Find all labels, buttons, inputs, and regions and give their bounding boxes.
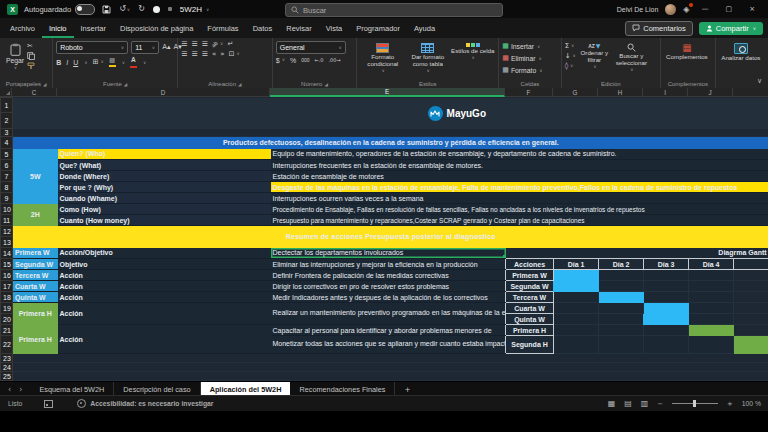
gantt-bar-dia4[interactable]: [689, 325, 734, 336]
zoom-slider[interactable]: [672, 403, 718, 404]
row-header-6[interactable]: 6: [1, 160, 13, 171]
cell-accion-18[interactable]: Acción: [58, 292, 271, 303]
cell-e19[interactable]: Realizar un mantenimiento preventivo pro…: [271, 303, 506, 325]
bold-button[interactable]: B: [56, 59, 61, 66]
row-header-25[interactable]: 25: [1, 372, 13, 381]
cell-accion-h2[interactable]: Acción: [58, 325, 271, 354]
decrease-indent-button[interactable]: «: [212, 51, 216, 58]
decrease-decimal-button[interactable]: ←.0: [315, 58, 324, 63]
empty-row-3[interactable]: [13, 129, 768, 137]
row-header-17[interactable]: 17: [1, 281, 13, 292]
align-right-icon[interactable]: ☰: [202, 51, 208, 58]
gantt-cell[interactable]: [599, 270, 644, 281]
font-name-combo[interactable]: Roboto∨: [56, 41, 128, 54]
row-header-24[interactable]: 24: [1, 363, 13, 372]
sheet-tab-aplicacion[interactable]: Aplicación del 5W2H: [201, 382, 291, 396]
row-header-21[interactable]: 21: [1, 325, 13, 336]
gantt-cell[interactable]: [644, 325, 689, 336]
gantt-cell[interactable]: [554, 325, 599, 336]
align-middle-icon[interactable]: ☰: [191, 41, 197, 48]
cell-porque-answer[interactable]: Desgaste de las máquinas en la estación …: [271, 182, 768, 193]
sort-filter-button[interactable]: AZ▼ Ordenar y filtrar ∨: [576, 41, 613, 70]
gantt-bar-dia3[interactable]: [644, 303, 689, 325]
cell-e22[interactable]: Monetizar todas las acciones que se apli…: [271, 336, 506, 354]
gantt-header-acciones[interactable]: Acciones: [506, 259, 554, 270]
underline-caret-icon[interactable]: ∨: [84, 60, 87, 65]
tab-programador[interactable]: Programador: [349, 18, 407, 38]
close-button[interactable]: ×: [744, 5, 760, 13]
row-header-14[interactable]: 14: [1, 248, 13, 259]
cell-donde-answer[interactable]: Estación de ensamblaje de motores: [271, 171, 768, 182]
cell-cuando[interactable]: Cuando (Whame): [58, 193, 271, 204]
dialog-launcher-icon[interactable]: ◢: [324, 82, 327, 87]
undo-caret-icon[interactable]: ∨: [127, 7, 130, 12]
column-header-c[interactable]: C: [12, 88, 57, 97]
tab-disposicion[interactable]: Disposición de página: [113, 18, 200, 38]
dialog-launcher-icon[interactable]: ◢: [43, 82, 46, 87]
gantt-header-blank[interactable]: [734, 259, 768, 270]
gantt-cell[interactable]: [599, 303, 644, 314]
view-page-layout-icon[interactable]: ▤: [624, 399, 632, 408]
align-center-icon[interactable]: ☰: [191, 51, 197, 58]
currency-button[interactable]: $∨: [276, 57, 285, 64]
font-color-button[interactable]: A: [130, 57, 137, 68]
cell-que[interactable]: Que? (What): [58, 160, 271, 171]
problem-banner[interactable]: Productos defectuosos, desalineación en …: [13, 137, 768, 149]
cell-cuanto-answer[interactable]: Presupuesto para mantenimiento y reparac…: [271, 215, 768, 226]
add-sheet-button[interactable]: +: [395, 382, 419, 396]
avatar[interactable]: [665, 4, 676, 15]
cell-quien[interactable]: Quien? (Who): [58, 149, 271, 160]
pen-icon[interactable]: [168, 7, 172, 11]
align-left-icon[interactable]: ☰: [181, 51, 187, 58]
gantt-row-cuarta-w[interactable]: Cuarta W: [506, 303, 554, 314]
tab-ayuda[interactable]: Ayuda: [407, 18, 442, 38]
cut-button[interactable]: ✂: [27, 43, 33, 50]
gantt-title[interactable]: Diagrma Gantt: [506, 248, 768, 259]
fill-button[interactable]: ↓∨: [565, 53, 576, 60]
search-input[interactable]: Buscar: [285, 3, 503, 17]
tab-revisar[interactable]: Revisar: [279, 18, 318, 38]
gantt-cell[interactable]: [599, 314, 644, 325]
row-header-11[interactable]: 11: [1, 215, 13, 226]
row-header-23[interactable]: 23: [1, 354, 13, 363]
increase-decimal-button[interactable]: .00→: [329, 58, 341, 63]
gantt-cell[interactable]: [644, 281, 689, 292]
summary-banner[interactable]: Resumen de acciones Presupuesta posterio…: [13, 226, 768, 248]
gantt-cell[interactable]: [554, 336, 599, 354]
cell-primera-h-1[interactable]: Primera H: [13, 303, 58, 325]
cell-e18[interactable]: Medir Indicadores antes y despues de la …: [271, 292, 506, 303]
row-header-4[interactable]: 4: [1, 137, 13, 149]
gantt-cell[interactable]: [554, 292, 599, 303]
column-header-g[interactable]: G: [553, 88, 598, 97]
tab-vista[interactable]: Vista: [319, 18, 350, 38]
zoom-out-icon[interactable]: −: [657, 400, 663, 408]
gantt-row-segunda-w[interactable]: Segunda W: [506, 281, 554, 292]
empty-row-25[interactable]: [13, 372, 768, 381]
cell-e15[interactable]: Eliminar las interrupciones y mejorar la…: [271, 259, 506, 270]
row-header-16[interactable]: 16: [1, 270, 13, 281]
cell-cuanto[interactable]: Cuanto (How money): [58, 215, 271, 226]
redo-icon[interactable]: ↻: [138, 5, 145, 13]
dialog-launcher-icon[interactable]: ◢: [124, 82, 127, 87]
row-header-13[interactable]: 13: [1, 237, 13, 248]
cell-accion-16[interactable]: Acción: [58, 270, 271, 281]
restore-button[interactable]: ▢: [721, 5, 738, 13]
collapse-ribbon-icon[interactable]: ∨: [757, 77, 762, 85]
wrap-text-button[interactable]: ↵: [227, 41, 233, 48]
clear-button[interactable]: ◊∨: [565, 63, 574, 70]
next-sheet-icon[interactable]: ›: [19, 385, 22, 394]
prev-sheet-icon[interactable]: ‹: [8, 385, 11, 394]
cell-cuando-answer[interactable]: Interrupciones ocurren varias veces a la…: [271, 193, 768, 204]
empty-row-24[interactable]: [13, 363, 768, 372]
gantt-cell[interactable]: [689, 281, 734, 292]
row-header-18[interactable]: 18: [1, 292, 13, 303]
cell-k20[interactable]: [734, 314, 768, 325]
gantt-cell[interactable]: [599, 336, 644, 354]
cell-cuarta-w[interactable]: Cuarta W: [13, 281, 58, 292]
row-header-7[interactable]: 7: [1, 171, 13, 182]
borders-button[interactable]: ⊞∨: [93, 59, 104, 66]
tab-inicio[interactable]: Inicio: [42, 18, 74, 38]
column-header-d[interactable]: D: [57, 88, 270, 97]
gantt-cell[interactable]: [554, 314, 599, 325]
column-header-e[interactable]: E: [270, 88, 505, 97]
